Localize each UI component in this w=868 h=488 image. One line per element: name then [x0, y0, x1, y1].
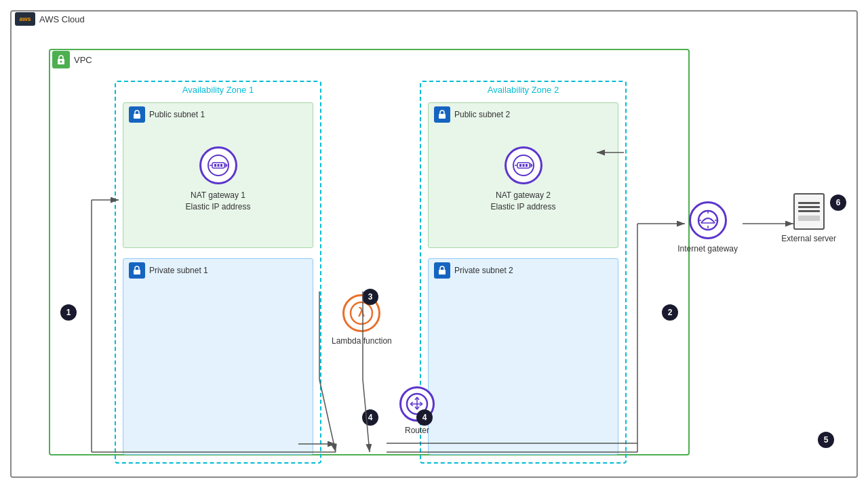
vpc-header: VPC	[50, 49, 95, 70]
public-subnet-1: Public subnet 1	[123, 102, 313, 248]
server-line-2	[798, 206, 820, 208]
svg-rect-23	[439, 270, 446, 274]
server-line-1	[798, 202, 820, 204]
server-line-3	[798, 210, 820, 212]
svg-rect-21	[522, 164, 524, 167]
badge-1: 1	[60, 304, 77, 321]
badge-4a: 4	[362, 409, 378, 426]
private-subnet-1-icon	[129, 262, 145, 279]
ig-icon	[689, 201, 727, 239]
az1-box: Availability Zone 1 Public subnet 1	[115, 81, 321, 464]
badge-3: 3	[362, 289, 378, 305]
lambda-container: λ Lambda function	[332, 294, 392, 346]
private-subnet-1: Private subnet 1	[123, 258, 313, 455]
public-subnet-2-header: Public subnet 2	[429, 103, 618, 126]
badge-5: 5	[818, 432, 834, 448]
public-subnet-1-header: Public subnet 1	[123, 103, 313, 126]
diagram-container: aws AWS Cloud VPC Availability Zone 1	[0, 0, 868, 488]
public-subnet-1-icon	[129, 106, 145, 123]
aws-cloud-label: AWS Cloud	[39, 14, 85, 24]
aws-cloud-box: aws AWS Cloud VPC Availability Zone 1	[10, 10, 858, 478]
server-icon	[793, 193, 825, 230]
badge-4b: 4	[416, 409, 433, 426]
vpc-box: VPC Availability Zone 1 Public subnet	[49, 49, 690, 455]
vpc-icon	[52, 51, 70, 68]
badge-6: 6	[830, 195, 846, 211]
svg-rect-22	[526, 164, 528, 167]
vpc-label: VPC	[74, 55, 92, 65]
private-subnet-1-label: Private subnet 1	[149, 266, 208, 275]
private-subnet-2-header: Private subnet 2	[429, 259, 618, 282]
aws-cloud-header: aws AWS Cloud	[11, 11, 89, 27]
ig-label: Internet gateway	[677, 243, 738, 255]
nat-gateway-2: NAT gateway 2 Elastic IP address	[429, 126, 618, 213]
aws-logo: aws	[15, 12, 35, 26]
svg-point-1	[60, 61, 62, 63]
nat-gateway-1: NAT gateway 1 Elastic IP address	[123, 126, 313, 213]
svg-rect-9	[214, 164, 216, 167]
external-server-label: External server	[781, 234, 836, 243]
svg-text:λ: λ	[358, 306, 365, 319]
badge-2: 2	[662, 304, 678, 321]
private-subnet-1-header: Private subnet 1	[123, 259, 313, 282]
public-subnet-2-icon	[434, 106, 450, 123]
external-server: External server	[781, 193, 836, 243]
internet-gateway: Internet gateway	[677, 201, 738, 255]
public-subnet-2: Public subnet 2	[428, 102, 618, 248]
az2-box: Availability Zone 2 Public subnet 2	[420, 81, 627, 464]
private-subnet-2: Private subnet 2	[428, 258, 618, 455]
private-subnet-2-label: Private subnet 2	[454, 266, 513, 275]
lambda-label: Lambda function	[332, 336, 392, 346]
svg-rect-12	[134, 270, 140, 274]
public-subnet-2-label: Public subnet 2	[454, 110, 510, 119]
public-subnet-1-label: Public subnet 1	[149, 110, 205, 119]
nat-icon-1	[199, 146, 237, 184]
router-label: Router	[405, 426, 429, 435]
nat-gateway-1-label: NAT gateway 1 Elastic IP address	[186, 190, 251, 213]
az1-label: Availability Zone 1	[116, 82, 320, 96]
nat-icon-2	[505, 146, 542, 184]
svg-rect-11	[220, 164, 222, 167]
az2-label: Availability Zone 2	[421, 82, 625, 96]
svg-rect-20	[519, 164, 521, 167]
svg-rect-2	[134, 114, 140, 119]
private-subnet-2-icon	[434, 262, 450, 279]
svg-rect-13	[439, 114, 446, 119]
nat-gateway-2-label: NAT gateway 2 Elastic IP address	[491, 190, 556, 213]
svg-rect-10	[217, 164, 219, 167]
